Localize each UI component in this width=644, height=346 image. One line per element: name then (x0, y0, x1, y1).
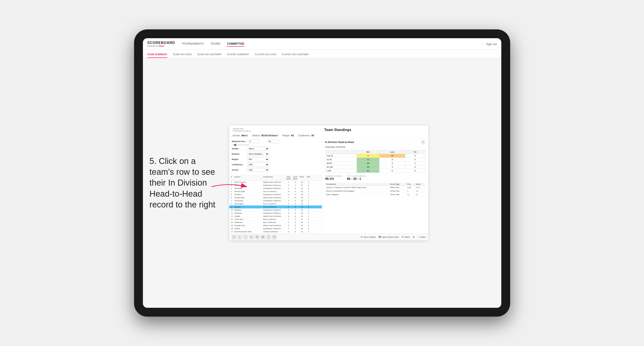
school-select[interactable]: (All) (247, 168, 269, 172)
row-win: 1 (305, 193, 312, 195)
table-row[interactable]: 16 Florida Southeastern Conference 7 9 2… (229, 227, 322, 230)
row-school: Auburn (234, 184, 263, 186)
bottom-toolbar: ↩ ‹ › ↪ ⧉ ⊞ + ⏱ 👁 View: Original (229, 233, 428, 240)
h2h-row-label: 11-25 (325, 158, 357, 162)
h2h-row-win: 3 (357, 154, 380, 158)
row-conference: Pac-12 Conference (263, 206, 286, 208)
view-original-button[interactable]: 👁 View: Original (360, 236, 376, 238)
row-rnds: 26 (299, 190, 305, 192)
table-row[interactable]: 15 Georgia Tech Atlantic Coast Conferenc… (229, 224, 322, 227)
nav-committee[interactable]: COMMITTEE (227, 41, 244, 47)
table-row[interactable]: 2 Auburn Southeastern Conference 2 1 27 … (229, 184, 322, 187)
table-row[interactable]: 4 Arizona State Pac-12 Conference 4 3 26… (229, 190, 322, 193)
toolbar-left: ↩ ‹ › ↪ ⧉ ⊞ + ⏱ (232, 235, 276, 239)
row-school: Tennessee (234, 200, 263, 202)
table-row[interactable]: 7 Tennessee Southeastern Conference 4 6 … (229, 199, 322, 202)
row-school: Arizona (234, 206, 263, 208)
h2h-row-loss: 13 (379, 154, 405, 158)
step-back-button[interactable]: ‹ (238, 235, 242, 239)
table-header: # School Conference Reg Rank Conf Rank R… (229, 175, 322, 181)
tour-pos: Loss (406, 186, 415, 189)
h2h-header: In Division Head-to-Head ✕ (325, 140, 425, 144)
division-select[interactable]: NCAA Division I (247, 152, 269, 156)
tour-score: 2-3-0 (415, 186, 425, 189)
table-row[interactable]: 12 Virginia Atlantic Coast Conference 3 … (229, 215, 322, 218)
paste-button[interactable]: ⊞ (260, 235, 265, 239)
row-conference: Southeastern Conference (263, 228, 286, 229)
row-conf: 10 (292, 197, 299, 199)
layout-button[interactable]: ⊞ (413, 236, 414, 238)
tour-score: 17 (415, 193, 425, 196)
table-row[interactable]: 3 Vanderbilt Southeastern Conference 2 8… (229, 187, 322, 190)
tour-pos: 1 (406, 189, 415, 193)
row-win: 4 (305, 231, 312, 233)
slider-track[interactable] (232, 145, 250, 145)
row-conf: 8 (292, 231, 299, 233)
h2h-record-stat: W-L-T record in-division: 86 - 26 - 1 (347, 175, 366, 180)
row-win: 1 (305, 190, 312, 192)
tab-player-h2h-grid[interactable]: PLAYER H2H GRID (255, 53, 276, 58)
table-row[interactable]: 10 Alabama Southeastern Conference 5 8 2… (229, 208, 322, 212)
right-panel: In Division Head-to-Head ✕ University of… (322, 138, 428, 233)
close-button[interactable]: ✕ (421, 140, 425, 144)
standings-table[interactable]: # School Conference Reg Rank Conf Rank R… (229, 175, 322, 233)
copy-button[interactable]: ⧉ (255, 235, 259, 239)
nav-teams[interactable]: TEAMS (210, 41, 220, 47)
h2h-row-win: 20 (357, 165, 380, 169)
table-row[interactable]: 17 East Tennessee State Southern Confere… (229, 230, 322, 233)
row-conf: 9 (292, 181, 299, 183)
row-reg: 5 (286, 206, 292, 208)
min-rounds-input[interactable] (248, 140, 260, 143)
row-reg: 2 (286, 231, 292, 233)
col-conf-rank: Conf Rank (292, 176, 299, 180)
row-conf: 1 (292, 184, 299, 186)
h2h-row-tie: 1 (405, 162, 425, 165)
save-icon: 💾 (378, 236, 381, 238)
tour-name: Jackson T. Stephens Cup Men's Match-Play… (325, 186, 390, 189)
card-title: Team Standings (324, 128, 351, 132)
row-rnds: 23 (299, 197, 305, 199)
table-row[interactable]: 13 Texas Tech Big 12 Conference 1 9 27 2 (229, 218, 322, 221)
save-custom-button[interactable]: 💾 Save Custom View (378, 236, 398, 238)
table-row[interactable]: 9 Arizona Pac-12 Conference 5 8 23 3 (229, 205, 322, 208)
table-row[interactable]: 11 Arkansas Southeastern Conference 6 8 … (229, 212, 322, 215)
h2h-row: Top 10 3 13 0 (325, 154, 425, 158)
share-button[interactable]: ↗ Share (418, 236, 426, 238)
row-reg: 7 (286, 228, 292, 230)
row-win: 6 (305, 184, 312, 186)
table-row[interactable]: 1 North Carolina Atlantic Coast Conferen… (229, 181, 322, 184)
gender-select[interactable]: Men's (247, 147, 269, 151)
table-row[interactable]: 14 Oklahoma Big 12 Conference 2 9 26 2 (229, 221, 322, 224)
conference-select[interactable]: (All) (247, 163, 269, 167)
tab-player-summary[interactable]: PLAYER SUMMARY (227, 53, 249, 58)
tab-player-h2h-heatmap[interactable]: PLAYER H2H HEATMAP (282, 53, 309, 58)
table-row[interactable]: 5 Ole Miss Southeastern Conference 3 6 1… (229, 193, 322, 196)
nav-tournaments[interactable]: TOURNAMENTS (182, 41, 204, 47)
tab-team-summary[interactable]: TEAM SUMMARY (147, 53, 168, 58)
row-win: 2 (305, 221, 312, 223)
row-num: 8 (231, 203, 234, 205)
slider-thumb[interactable] (234, 144, 236, 146)
clock-button[interactable]: ⏱ (272, 235, 276, 239)
row-num: 16 (231, 228, 234, 230)
table-row[interactable]: 6 Florida State Atlantic Coast Conferenc… (229, 196, 322, 199)
row-reg: 2 (286, 184, 292, 186)
tab-team-h2h-heatmap[interactable]: TEAM H2H HEATMAP (197, 53, 222, 58)
redo-button[interactable]: ↪ (249, 235, 254, 239)
row-school: Texas Tech (234, 218, 263, 220)
row-win: 1 (305, 215, 312, 217)
h2h-row-loss: 8 (379, 158, 405, 162)
top-nav: SCOREBOARD Powered by clippd TOURNAMENTS… (143, 38, 501, 50)
row-rnds: 24 (299, 224, 305, 226)
region-select[interactable]: N/A (247, 157, 269, 161)
tour-col-pos: Pos (406, 183, 415, 186)
row-num: 15 (231, 224, 234, 226)
sign-out-button[interactable]: Sign out (486, 42, 497, 46)
step-forward-button[interactable]: › (243, 235, 248, 239)
tab-team-h2h-grid[interactable]: TEAM H2H GRID (172, 53, 192, 58)
undo-button[interactable]: ↩ (232, 235, 236, 239)
table-row[interactable]: 8 Washington Pac-12 Conference 2 8 23 1 (229, 202, 322, 205)
watch-button[interactable]: 👁 Watch (402, 236, 410, 238)
max-rounds-input[interactable] (268, 140, 278, 143)
add-button[interactable]: + (266, 235, 271, 239)
